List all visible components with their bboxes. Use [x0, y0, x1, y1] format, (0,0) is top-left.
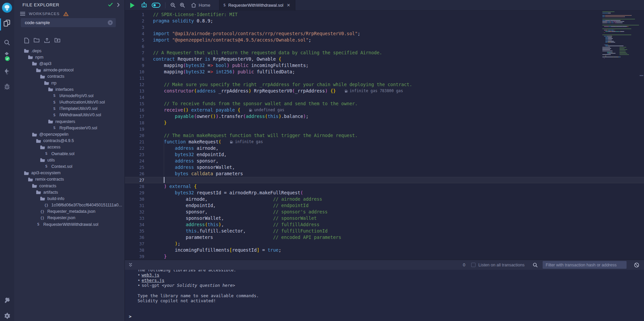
workspace-select[interactable]: code-sample ▾	[21, 18, 116, 27]
code-line-38[interactable]: 38 incomingFulfillments[requestId] = tru…	[125, 247, 644, 253]
run-script-button[interactable]	[126, 0, 138, 11]
workspace-warning-icon[interactable]	[63, 12, 68, 16]
tree-item-contracts[interactable]: contracts	[14, 73, 125, 80]
debugger-icon[interactable]	[0, 81, 14, 92]
tree-item-iairnoderrpv0-sol[interactable]: SIAirnodeRrpV0.sol	[14, 92, 125, 99]
tree-item-ownable-sol[interactable]: SOwnable.sol	[14, 150, 125, 157]
tree-item-contracts[interactable]: contracts	[14, 183, 125, 189]
search-icon[interactable]	[0, 37, 14, 48]
terminal-link-web3-js[interactable]: web3.js	[142, 272, 159, 277]
tree-item-requesterwithwithdrawal-sol[interactable]: SRequesterWithWithdrawal.sol	[14, 221, 125, 228]
tab-requesterwithwithdrawal[interactable]: S RequesterWithWithdrawal.sol ✕	[219, 0, 295, 11]
code-line-17[interactable]: 17 payable(owner()).transfer(address(thi…	[125, 113, 644, 120]
settings-gear-icon[interactable]	[0, 310, 14, 321]
terminal-search-icon[interactable]	[533, 262, 538, 268]
tree-item-api3-ecosystem[interactable]: api3-ecosystem	[14, 170, 125, 176]
code-line-28[interactable]: 28 ) external {	[125, 183, 644, 190]
tree-item-interfaces[interactable]: interfaces	[14, 86, 125, 92]
workspace-ok-icon[interactable]	[108, 3, 113, 7]
code-line-13[interactable]: 13 constructor(address _rrpAddress) RrpR…	[125, 88, 644, 94]
tree-item-remix-contracts[interactable]: remix-contracts	[14, 176, 125, 183]
code-line-24[interactable]: 24 address sponsor,	[125, 158, 644, 164]
ai-copilot-icon[interactable]	[138, 0, 150, 11]
code-line-26[interactable]: 26 bytes calldata parameters	[125, 171, 644, 177]
panel-expand-chevron-icon[interactable]	[117, 3, 120, 7]
tree-item-requester-metadata-json[interactable]: {}Requester_metadata.json	[14, 208, 125, 215]
tree-item-itemplateutilsv0-sol[interactable]: SITemplateUtilsV0.sol	[14, 106, 125, 112]
workspaces-menu-icon[interactable]	[20, 12, 25, 16]
code-line-30[interactable]: 30 airnode, // airnode address	[125, 196, 644, 202]
plugin-manager-icon[interactable]	[0, 295, 14, 306]
code-editor[interactable]: 1// SPDX-License-Identifier: MIT2pragma …	[125, 11, 644, 260]
tree-item-rrprequesterv0-sol[interactable]: SRrpRequesterV0.sol	[14, 125, 125, 131]
tree-item-access[interactable]: access	[14, 144, 125, 150]
tree-item--openzeppelin[interactable]: @openzeppelin	[14, 131, 125, 137]
tree-item-contracts-4-9-5[interactable]: contracts@4.9.5	[14, 138, 125, 144]
tree-item--api3[interactable]: @api3	[14, 60, 125, 67]
code-line-39[interactable]: 39 }	[125, 253, 644, 260]
terminal-link-ethers-js[interactable]: ethers.js	[142, 278, 164, 283]
deploy-run-icon[interactable]	[0, 66, 14, 77]
code-line-27[interactable]: 27	[125, 177, 644, 183]
code-line-12[interactable]: 12 // Make sure you specify the right _r…	[125, 81, 644, 88]
listen-transactions-checkbox[interactable]	[471, 263, 476, 267]
code-line-20[interactable]: 20 // The main makeRequest function that…	[125, 132, 644, 139]
upload-file-icon[interactable]	[44, 38, 50, 45]
code-line-15[interactable]: 15 // To receive funds from the sponsor …	[125, 101, 644, 107]
tree-item-rrp[interactable]: rrp	[14, 80, 125, 86]
code-line-5[interactable]: 5import "@openzeppelin/contracts@4.9.5/a…	[125, 37, 644, 43]
zoom-in-icon[interactable]	[178, 0, 187, 11]
tree-item-iwithdrawalutilsv0-sol[interactable]: SIWithdrawalUtilsV0.sol	[14, 112, 125, 118]
solidity-compiler-icon[interactable]	[0, 50, 14, 62]
tree-item-utils[interactable]: utils	[14, 157, 125, 163]
code-line-8[interactable]: 8contract Requester is RrpRequesterV0, O…	[125, 56, 644, 62]
editor-scrollbar[interactable]	[640, 75, 643, 76]
code-line-33[interactable]: 33 sponsorWallet, // sponsorWallet	[125, 215, 644, 221]
tree-item-artifacts[interactable]: artifacts	[14, 189, 125, 195]
tree-item--deps[interactable]: .deps	[14, 48, 125, 54]
terminal-prompt[interactable]: >	[129, 314, 132, 319]
code-line-4[interactable]: 4import "@api3/airnode-protocol/contract…	[125, 30, 644, 37]
code-line-6[interactable]: 6	[125, 43, 644, 50]
clear-console-icon[interactable]	[634, 262, 639, 268]
code-line-37[interactable]: 37 );	[125, 241, 644, 247]
tree-item-npm[interactable]: npm	[14, 54, 125, 60]
code-line-34[interactable]: 34 address(this), // fulfillAddress	[125, 221, 644, 228]
code-line-32[interactable]: 32 sponsor, // sponsor's address	[125, 209, 644, 215]
minimap[interactable]	[602, 11, 639, 59]
new-folder-icon[interactable]	[34, 38, 40, 45]
code-line-3[interactable]: 3	[125, 24, 644, 30]
code-line-29[interactable]: 29 bytes32 requestId = airnodeRrp.makeFu…	[125, 190, 644, 196]
code-line-23[interactable]: 23 bytes32 endpointId,	[125, 151, 644, 158]
transaction-filter-input[interactable]	[543, 261, 627, 269]
code-line-2[interactable]: 2pragma solidity 0.8.9;	[125, 18, 644, 24]
terminal-collapse-icon[interactable]	[129, 263, 133, 267]
code-line-35[interactable]: 35 this.fulfill.selector, // fulfillFunc…	[125, 228, 644, 234]
tree-item-build-info[interactable]: build-info	[14, 195, 125, 202]
tab-close-icon[interactable]: ✕	[286, 3, 291, 8]
code-line-31[interactable]: 31 endpointId, // endpointId	[125, 202, 644, 209]
tree-item-requesters[interactable]: requesters	[14, 118, 125, 125]
code-line-1[interactable]: 1// SPDX-License-Identifier: MIT	[125, 11, 644, 18]
file-explorer-icon[interactable]	[0, 17, 14, 29]
code-line-22[interactable]: 22 address airnode,	[125, 145, 644, 151]
terminal[interactable]: The following libraries are accessible:•…	[125, 270, 644, 321]
tree-item-requester-json[interactable]: {}Requester.json	[14, 215, 125, 221]
code-line-10[interactable]: 10 mapping(bytes32 => int256) public ful…	[125, 69, 644, 75]
tree-item-airnode-protocol[interactable]: airnode-protocol	[14, 67, 125, 73]
tree-item-iauthorizationutilsv0-sol[interactable]: SIAuthorizationUtilsV0.sol	[14, 99, 125, 106]
code-line-11[interactable]: 11	[125, 75, 644, 81]
code-line-25[interactable]: 25 address sponsorWallet,	[125, 164, 644, 171]
tab-home[interactable]: Home	[187, 3, 214, 8]
code-line-7[interactable]: 7// A Requester that will return the req…	[125, 50, 644, 56]
code-line-9[interactable]: 9 mapping(bytes32 => bool) public incomi…	[125, 62, 644, 69]
code-line-36[interactable]: 36 parameters // encoded API parameters	[125, 234, 644, 241]
tree-item-context-sol[interactable]: SContext.sol	[14, 163, 125, 170]
code-line-14[interactable]: 14	[125, 94, 644, 101]
copilot-toggle[interactable]	[150, 0, 162, 11]
code-line-16[interactable]: 16 receive() external payable {undefined…	[125, 107, 644, 113]
upload-folder-icon[interactable]	[54, 38, 60, 45]
zoom-out-icon[interactable]	[168, 0, 178, 11]
code-line-21[interactable]: 21 function makeRequest(infinite gas	[125, 139, 644, 145]
tree-item-1c06f6d06e3f7bccf640450151111a0-[interactable]: {}1c06f6d06e3f7bccf640450151111a0...	[14, 202, 125, 208]
